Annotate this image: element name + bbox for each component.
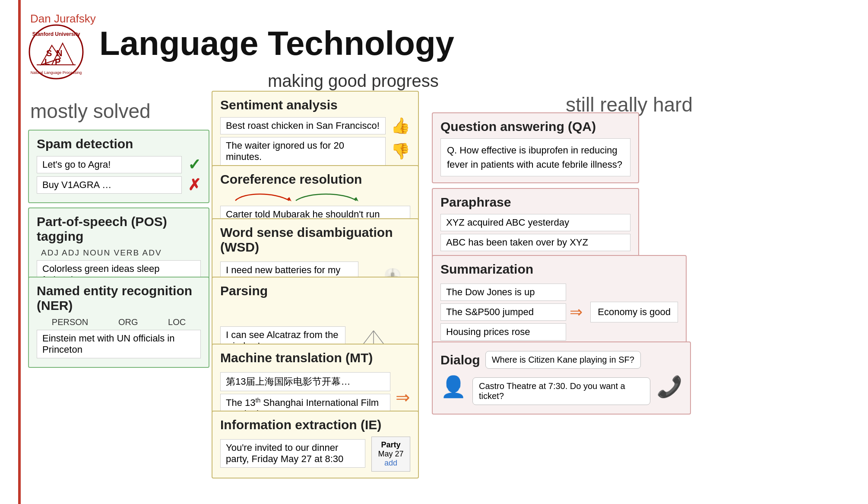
dialog-q1: Where is Citizen Kane playing in SF? — [485, 351, 641, 369]
ie-calendar-action: add — [377, 459, 405, 468]
summarization-items: The Dow Jones is up The S&P500 jumped Ho… — [440, 281, 566, 343]
stanford-logo: Stanford University S N L P Natural Lang… — [28, 24, 84, 80]
summarization-title: Summarization — [440, 262, 678, 277]
sum-item-1: The Dow Jones is up — [440, 284, 566, 301]
sentiment-pos-text: Best roast chicken in San Francisco! — [220, 117, 386, 134]
spam-detection-panel: Spam detection Let's go to Agra! ✓ Buy V… — [28, 130, 209, 203]
ner-sentence: Einstein met with UN officials in Prince… — [37, 330, 201, 358]
svg-text:P: P — [55, 57, 60, 67]
sum-item-2: The S&P500 jumped — [440, 303, 566, 321]
dialog-header: Dialog Where is Citizen Kane playing in … — [440, 348, 682, 371]
wsd-before: I need new batteries for my — [226, 265, 340, 275]
sentiment-neg-text: The waiter ignored us for 20 minutes. — [220, 137, 386, 166]
ie-content: You're invited to our dinner party, Frid… — [220, 437, 410, 472]
ner-title: Named entity recognition (NER) — [37, 284, 201, 313]
ner-tags: PERSON ORG LOC — [37, 317, 201, 327]
ner-tag-loc: LOC — [168, 317, 186, 327]
mt-en-before: The 13 — [226, 397, 256, 408]
red-bar — [18, 0, 21, 504]
main-title: Language Technology — [99, 24, 454, 63]
check-icon: ✓ — [188, 156, 201, 174]
ie-panel: Information extraction (IE) You're invit… — [212, 411, 419, 478]
summarization-panel: Summarization The Dow Jones is up The S&… — [432, 255, 687, 350]
ner-panel: Named entity recognition (NER) PERSON OR… — [28, 277, 209, 368]
wsd-title: Word sense disambiguation (WSD) — [220, 225, 410, 255]
subtitle: making good progress — [268, 71, 439, 91]
thumbs-up-icon: 👍 — [391, 117, 410, 135]
paraphrase-row1: XYZ acquired ABC yesterday — [440, 214, 630, 231]
ie-text: You're invited to our dinner party, Frid… — [220, 439, 365, 468]
qa-question: Q. How effective is ibuprofen in reducin… — [440, 138, 630, 176]
coref-title: Coreference resolution — [220, 172, 410, 187]
sentiment-neg-row: The waiter ignored us for 20 minutes. 👎 — [220, 137, 410, 166]
parsing-title: Parsing — [220, 284, 410, 298]
thumbs-down-icon: 👎 — [391, 142, 410, 160]
sentiment-title: Sentiment analysis — [220, 98, 410, 112]
svg-text:L: L — [44, 57, 50, 67]
summarization-arrow-icon: ⇒ — [570, 303, 583, 321]
spam-row-1: Let's go to Agra! ✓ — [37, 156, 201, 174]
paraphrase-panel: Paraphrase XYZ acquired ABC yesterday AB… — [432, 188, 639, 261]
svg-text:S: S — [46, 48, 52, 58]
spam-text-2: Buy V1AGRA … — [37, 176, 182, 194]
sentiment-pos-row: Best roast chicken in San Francisco! 👍 — [220, 117, 410, 135]
coref-arc-svg — [222, 191, 408, 203]
qa-panel: Question answering (QA) Q. How effective… — [432, 112, 639, 183]
dialog-panel: Dialog Where is Citizen Kane playing in … — [432, 341, 691, 415]
ie-calendar-title: Party — [377, 440, 405, 450]
ie-calendar-date: May 27 — [377, 450, 405, 459]
ie-calendar-box: Party May 27 add — [371, 437, 410, 472]
qa-title: Question answering (QA) — [440, 119, 630, 134]
paraphrase-title: Paraphrase — [440, 195, 630, 210]
mt-chinese-text: 第13届上海国际电影节开幕… — [220, 372, 390, 391]
mt-arrow-icon: ⇒ — [396, 387, 410, 408]
paraphrase-row2: ABC has been taken over by XYZ — [440, 234, 630, 251]
ie-title: Information extraction (IE) — [220, 418, 410, 432]
sum-item-3: Housing prices rose — [440, 323, 566, 341]
ner-tag-person: PERSON — [52, 317, 88, 327]
x-icon: ✗ — [188, 176, 201, 194]
col-left-header: mostly solved — [30, 99, 151, 123]
pos-title: Part-of-speech (POS) tagging — [37, 214, 201, 244]
mt-title: Machine translation (MT) — [220, 351, 410, 365]
svg-text:N: N — [56, 48, 62, 58]
spam-text-1: Let's go to Agra! — [37, 156, 182, 173]
dialog-a1: Castro Theatre at 7:30. Do you want a ti… — [472, 377, 650, 405]
dialog-phone-icon: 📞 — [656, 375, 682, 399]
summarization-content: The Dow Jones is up The S&P500 jumped Ho… — [440, 281, 678, 343]
dialog-person-icon: 👤 — [440, 375, 466, 399]
spam-row-2: Buy V1AGRA … ✗ — [37, 176, 201, 194]
pos-tags: ADJ ADJ NOUN VERB ADV — [37, 248, 201, 258]
dialog-content-row: 👤 Castro Theatre at 7:30. Do you want a … — [440, 375, 682, 408]
dialog-title: Dialog — [440, 353, 480, 367]
sentiment-panel: Sentiment analysis Best roast chicken in… — [212, 91, 419, 175]
summarization-result: Economy is good — [590, 302, 678, 322]
spam-title: Spam detection — [37, 137, 201, 151]
dialog-bubbles: Castro Theatre at 7:30. Do you want a ti… — [472, 375, 650, 408]
svg-text:Natural Language Processing: Natural Language Processing — [31, 70, 82, 75]
svg-text:Stanford University: Stanford University — [32, 31, 80, 37]
ner-tag-org: ORG — [118, 317, 138, 327]
